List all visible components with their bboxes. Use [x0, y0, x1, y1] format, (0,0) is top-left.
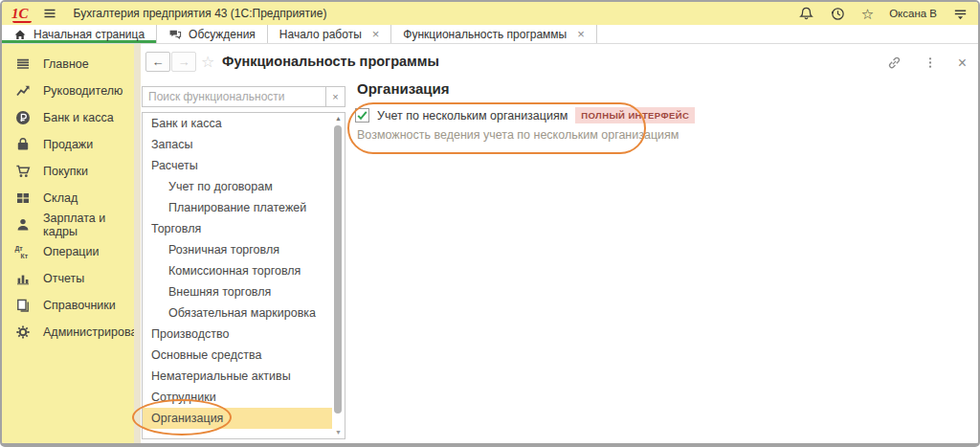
link-icon[interactable]: [886, 55, 902, 71]
page-title: Функциональность программы: [222, 54, 439, 69]
search-box: ×: [142, 86, 345, 107]
gear-icon: [14, 324, 31, 341]
sidebar-item-manager[interactable]: Руководителю: [2, 78, 134, 104]
app-window: 1С Бухгалтерия предприятия 43 (1С:Предпр…: [0, 0, 980, 447]
tab-close-icon[interactable]: ×: [577, 28, 585, 40]
list-scrollbar[interactable]: ▲ ▼: [332, 113, 345, 438]
user-name[interactable]: Оксана В: [889, 8, 937, 19]
multi-org-description: Возможность ведения учета по нескольким …: [357, 128, 679, 142]
sidebar-item-sales[interactable]: Продажи: [2, 131, 134, 158]
books-icon: [14, 298, 31, 314]
tab-discussions[interactable]: Обсуждения: [157, 25, 268, 43]
sidebar-item-main[interactable]: Главное: [2, 51, 134, 78]
fn-item-fixed-assets[interactable]: Основные средства: [143, 345, 332, 366]
title-bar: 1С Бухгалтерия предприятия 43 (1С:Предпр…: [2, 2, 978, 25]
sidebar-item-operations[interactable]: ДтКтОперации: [2, 238, 134, 265]
sidebar-item-label: Склад: [43, 191, 78, 205]
more-icon[interactable]: [924, 56, 937, 70]
fn-item-settlements[interactable]: Расчеты: [143, 155, 332, 176]
fn-item-trade[interactable]: Торговля: [143, 218, 332, 239]
scroll-up-icon[interactable]: ▲: [332, 115, 345, 122]
tab-bar: Начальная страницаОбсужденияНачало работ…: [2, 25, 978, 44]
1c-logo: 1С: [11, 7, 29, 21]
fn-item-payment-planning[interactable]: Планирование платежей: [143, 197, 332, 218]
sidebar-item-bank-cash[interactable]: Банк и касса: [2, 104, 134, 131]
functionality-form: ← → ☆ Функциональность программы × ×: [141, 44, 978, 443]
sidebar-item-label: Главное: [43, 57, 89, 71]
multi-org-checkbox-label[interactable]: Учет по нескольким организациям: [377, 109, 568, 123]
bar-chart-icon: [14, 271, 31, 287]
home-icon: [13, 28, 27, 41]
sidebar-item-label: Отчеты: [43, 272, 84, 285]
tab-label: Начало работы: [279, 28, 362, 41]
sidebar-item-purchases[interactable]: Покупки: [2, 158, 134, 185]
service-menu-icon[interactable]: [952, 6, 969, 22]
sidebar-item-label: Банк и касса: [43, 111, 114, 124]
close-icon[interactable]: ×: [958, 56, 967, 71]
sidebar-item-directories[interactable]: Справочники: [2, 292, 134, 319]
cart-icon: [14, 164, 31, 180]
tab-label: Обсуждения: [189, 28, 256, 41]
svg-text:Кт: Кт: [21, 253, 29, 259]
back-button[interactable]: ←: [145, 52, 170, 72]
tab-getting-started[interactable]: Начало работы×: [268, 25, 392, 43]
sidebar-item-label: Справочники: [43, 299, 116, 312]
sidebar-item-salary-hr[interactable]: Зарплата и кадры: [2, 212, 134, 238]
multi-org-checkbox[interactable]: [355, 108, 369, 123]
sidebar-item-reports[interactable]: Отчеты: [2, 265, 134, 292]
sections-sidebar: ГлавноеРуководителюБанк и кассаПродажиПо…: [2, 44, 134, 443]
full-interface-badge: ПОЛНЫЙ ИНТЕРФЕЙС: [575, 107, 695, 123]
sidebar-item-label: Руководителю: [43, 84, 122, 98]
fn-item-commission-trade[interactable]: Комиссионная торговля: [143, 260, 332, 281]
sidebar-item-label: Покупки: [43, 165, 88, 178]
forward-button: →: [171, 52, 196, 72]
ruble-circle-icon: [14, 110, 31, 126]
sidebar-item-label: Зарплата и кадры: [43, 212, 134, 238]
fn-item-stocks[interactable]: Запасы: [143, 134, 332, 155]
grid-icon: [14, 190, 31, 207]
fn-item-production[interactable]: Производство: [143, 324, 332, 345]
fn-item-organization[interactable]: Организация: [143, 408, 332, 429]
sidebar-item-label: Продажи: [43, 138, 93, 151]
bell-icon[interactable]: [798, 6, 814, 22]
fn-item-bank-cash[interactable]: Банк и касса: [143, 113, 332, 134]
trend-icon: [14, 83, 31, 100]
fn-item-contract-accounting[interactable]: Учет по договорам: [143, 176, 332, 197]
search-clear-icon[interactable]: ×: [325, 87, 345, 106]
menu-icon: [14, 56, 31, 73]
bag-icon: [14, 137, 31, 153]
checkmark-icon: [356, 109, 368, 122]
window-title: Бухгалтерия предприятия 43 (1С:Предприят…: [74, 7, 327, 20]
fn-item-foreign-trade[interactable]: Внешняя торговля: [143, 281, 332, 302]
tab-home[interactable]: Начальная страница: [2, 25, 157, 43]
sidebar-item-label: Операции: [43, 245, 99, 258]
scrollbar-thumb[interactable]: [334, 125, 342, 413]
fn-item-intangible-assets[interactable]: Нематериальные активы: [143, 366, 332, 387]
sidebar-item-warehouse[interactable]: Склад: [2, 185, 134, 212]
dtkt-icon: ДтКт: [14, 244, 31, 260]
section-heading: Организация: [357, 80, 450, 97]
fn-item-retail-trade[interactable]: Розничная торговля: [143, 239, 332, 260]
favorite-star-icon[interactable]: ☆: [201, 53, 214, 71]
tab-close-icon[interactable]: ×: [372, 28, 380, 40]
search-input[interactable]: [143, 87, 325, 106]
person-icon: [14, 217, 31, 234]
tab-label: Функциональность программы: [403, 28, 567, 41]
favorites-star-icon[interactable]: ☆: [861, 7, 874, 21]
fn-item-mandatory-marking[interactable]: Обязательная маркировка: [143, 302, 332, 324]
scroll-down-icon[interactable]: ▼: [332, 429, 345, 436]
tab-label: Начальная страница: [33, 28, 145, 41]
sidebar-item-administration[interactable]: Администрирование: [2, 319, 134, 346]
chat-icon: [168, 28, 182, 41]
sidebar-splitter[interactable]: [134, 44, 141, 443]
tab-functionality[interactable]: Функциональность программы×: [391, 25, 596, 43]
functionality-list: Банк и кассаЗапасыРасчетыУчет по договор…: [142, 112, 345, 439]
hamburger-icon[interactable]: [42, 6, 58, 22]
history-icon[interactable]: [830, 6, 846, 22]
fn-item-employees[interactable]: Сотрудники: [143, 387, 332, 408]
